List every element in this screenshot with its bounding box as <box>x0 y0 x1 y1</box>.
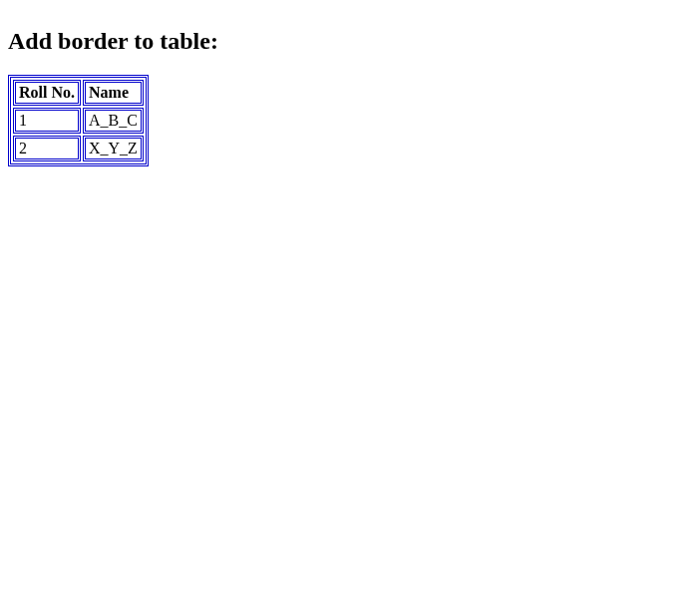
header-roll-no: Roll No. <box>13 80 81 106</box>
cell-roll: 2 <box>13 136 81 161</box>
table-row: 1 A_B_C <box>13 108 144 134</box>
cell-name: X_Y_Z <box>83 136 144 161</box>
header-name: Name <box>83 80 144 106</box>
data-table: Roll No. Name 1 A_B_C 2 X_Y_Z <box>8 75 149 166</box>
table-row: 2 X_Y_Z <box>13 136 144 161</box>
table-header-row: Roll No. Name <box>13 80 144 106</box>
page-heading: Add border to table: <box>8 28 692 55</box>
cell-roll: 1 <box>13 108 81 134</box>
cell-name: A_B_C <box>83 108 144 134</box>
